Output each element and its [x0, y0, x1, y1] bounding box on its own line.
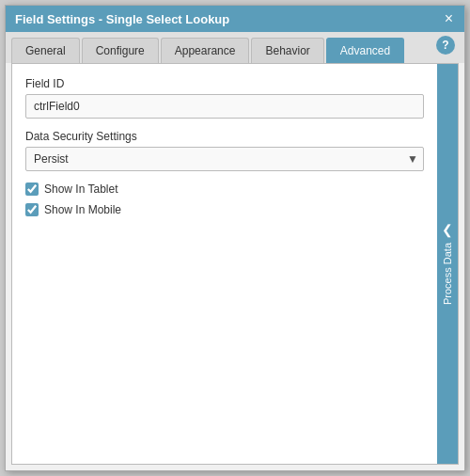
tabs-container: General Configure Appearance Behavior Ad…	[6, 32, 464, 63]
field-id-label: Field ID	[25, 77, 424, 90]
side-panel-label: Process Data	[442, 243, 453, 305]
main-content: Field ID Data Security Settings Persist …	[12, 64, 437, 464]
show-tablet-checkbox[interactable]	[25, 182, 39, 196]
close-button[interactable]: ×	[443, 11, 455, 26]
content-area: Field ID Data Security Settings Persist …	[11, 63, 459, 465]
show-mobile-group: Show In Mobile	[25, 203, 424, 216]
data-security-group: Data Security Settings Persist Clear on …	[25, 130, 424, 171]
tab-advanced[interactable]: Advanced	[326, 38, 404, 63]
title-bar: Field Settings - Single Select Lookup ×	[6, 6, 464, 32]
data-security-label: Data Security Settings	[25, 130, 424, 143]
help-button[interactable]: ?	[436, 36, 455, 55]
data-security-select[interactable]: Persist Clear on Exit Encrypt	[25, 147, 424, 171]
side-panel[interactable]: ❮ Process Data	[437, 64, 458, 464]
show-tablet-label: Show In Tablet	[44, 182, 118, 196]
show-mobile-checkbox[interactable]	[25, 203, 39, 216]
side-panel-arrow-icon: ❮	[442, 222, 453, 237]
dialog: Field Settings - Single Select Lookup × …	[5, 5, 465, 471]
show-mobile-label: Show In Mobile	[44, 203, 121, 216]
dialog-title: Field Settings - Single Select Lookup	[15, 12, 229, 26]
field-id-group: Field ID	[25, 77, 424, 119]
tab-general[interactable]: General	[11, 38, 80, 63]
tab-appearance[interactable]: Appearance	[161, 38, 250, 63]
tab-configure[interactable]: Configure	[82, 38, 159, 63]
tab-behavior[interactable]: Behavior	[251, 38, 323, 63]
data-security-select-wrapper: Persist Clear on Exit Encrypt ▼	[25, 147, 424, 171]
field-id-input[interactable]	[25, 94, 424, 119]
show-tablet-group: Show In Tablet	[25, 182, 424, 196]
